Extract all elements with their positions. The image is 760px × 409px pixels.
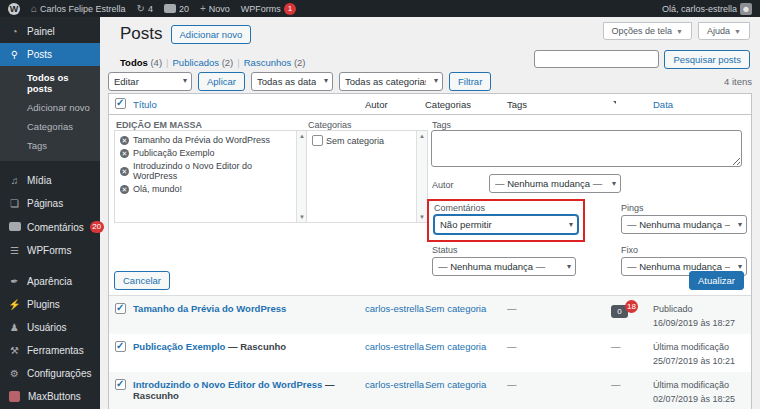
scrollbar[interactable]: ▲▼ — [416, 131, 427, 222]
list-toolbar: Editar Aplicar Todas as datas Todas as c… — [108, 71, 752, 91]
bulk-pings-label: Pings — [621, 203, 644, 213]
sidebar-item-usuarios[interactable]: ♟ Usuários — [0, 316, 100, 339]
post-title-link[interactable]: Tamanho da Prévia do WordPress — [133, 303, 286, 314]
help-button[interactable]: Ajuda▼ — [698, 22, 750, 40]
page-title: Posts — [120, 24, 163, 44]
main-content: Posts Adicionar novo Opções de tela▼ Aju… — [100, 17, 760, 409]
search-posts-button[interactable]: Pesquisar posts — [664, 50, 750, 69]
table-header-row: Título Autor Categorias Tags Data — [109, 94, 751, 115]
bulk-author-select[interactable]: — Nenhuma mudança — — [489, 174, 621, 193]
users-icon: ♟ — [8, 322, 21, 333]
scroll-up-icon[interactable]: ▲ — [417, 133, 427, 139]
post-title-link[interactable]: Publicação Exemplo — [133, 341, 225, 352]
column-date-sort[interactable]: Data — [653, 99, 673, 110]
sidebar-item-aparencia[interactable]: ✒ Aparência — [0, 270, 100, 293]
bulk-comments-select[interactable]: Não permitir — [434, 215, 578, 234]
post-title-link[interactable]: Introduzindo o Novo Editor do WordPress — [133, 379, 322, 390]
row-checkbox[interactable] — [115, 341, 126, 352]
media-icon: ♫ — [8, 175, 21, 186]
category-option[interactable]: Sem categoria — [312, 135, 413, 146]
sidebar-item-comentarios[interactable]: Comentários 20 — [0, 215, 100, 239]
bulk-edit-posts-list: ✕ Tamanho da Prévia do WordPress ✕ Publi… — [114, 130, 308, 223]
submenu-item-adicionar-novo[interactable]: Adicionar novo — [0, 98, 100, 117]
select-all-checkbox[interactable] — [115, 98, 126, 109]
sidebar-item-posts[interactable]: ⚲ Posts — [0, 43, 100, 66]
sidebar-item-wpforms[interactable]: ☰ WPForms — [0, 239, 100, 262]
maxbuttons-icon — [9, 391, 20, 402]
bulk-tags-input[interactable] — [431, 130, 742, 167]
bulk-categories-label: Categorias — [308, 120, 352, 130]
scroll-down-icon[interactable]: ▼ — [417, 214, 427, 220]
remove-post-icon[interactable]: ✕ — [120, 136, 129, 145]
sidebar-item-paginas[interactable]: ❏ Páginas — [0, 192, 100, 215]
new-content-menu[interactable]: + Novo — [200, 4, 230, 14]
bulk-edit-panel: EDIÇÃO EM MASSA ✕ Tamanho da Prévia do W… — [109, 115, 751, 296]
author-link[interactable]: carlos-estrella — [365, 379, 424, 390]
view-drafts-link[interactable]: Rascunhos (2) — [244, 57, 306, 68]
sidebar-item-label: Usuários — [27, 322, 66, 333]
posts-submenu: Todos os posts Adicionar novo Categorias… — [0, 66, 100, 161]
apply-button[interactable]: Aplicar — [198, 72, 245, 91]
sidebar-item-midia[interactable]: ♫ Mídia — [0, 169, 100, 192]
sidebar-item-painel[interactable]: ◔ Painel — [0, 17, 100, 43]
add-new-post-button[interactable]: Adicionar novo — [171, 25, 252, 44]
category-link[interactable]: Sem categoria — [425, 379, 486, 390]
date-cell: Publicado16/09/2019 às 18:27 — [653, 296, 751, 330]
plus-icon: + — [200, 4, 206, 14]
filter-dates-select[interactable]: Todas as datas — [251, 72, 333, 91]
column-title-sort[interactable]: Título — [133, 99, 157, 110]
search-posts-input[interactable] — [534, 50, 659, 68]
tags-cell: — — [507, 334, 611, 352]
remove-post-icon[interactable]: ✕ — [120, 167, 129, 176]
tags-cell: — — [507, 372, 611, 390]
comments-menu[interactable]: 20 — [164, 4, 189, 14]
bulk-edit-legend: EDIÇÃO EM MASSA — [116, 120, 202, 130]
sidebar-item-plugins[interactable]: ⚡ Plugins — [0, 293, 100, 316]
sidebar-item-ferramentas[interactable]: ⚒ Ferramentas — [0, 339, 100, 362]
comments-cell: — — [611, 372, 653, 390]
sidebar-item-label: WPForms — [27, 245, 71, 256]
table-row: Tamanho da Prévia do WordPress carlos-es… — [109, 296, 751, 334]
date-cell: Última modificação25/07/2019 às 10:21 — [653, 334, 751, 368]
filter-button[interactable]: Filtrar — [449, 72, 491, 91]
author-link[interactable]: carlos-estrella — [365, 303, 424, 314]
remove-post-icon[interactable]: ✕ — [120, 149, 129, 158]
author-link[interactable]: carlos-estrella — [365, 341, 424, 352]
bulk-action-select[interactable]: Editar — [108, 72, 192, 91]
sidebar-item-label: Plugins — [27, 299, 60, 310]
bulk-tags-label: Tags — [432, 120, 451, 130]
comments-count-badge: 20 — [90, 221, 104, 233]
remove-post-icon[interactable]: ✕ — [120, 185, 129, 194]
wpforms-label: WPForms — [241, 4, 281, 14]
column-tags: Tags — [507, 99, 611, 110]
bulk-status-select[interactable]: — Nenhuma mudança — — [432, 257, 576, 276]
site-name-menu[interactable]: ⌂ Carlos Felipe Estrella — [31, 4, 126, 14]
wordpress-logo-icon[interactable]: W — [8, 3, 20, 15]
row-checkbox[interactable] — [115, 379, 126, 390]
wpforms-menu[interactable]: WPForms 1 — [241, 3, 296, 15]
table-row: Publicação Exemplo — Rascunho carlos-est… — [109, 334, 751, 372]
sem-categoria-checkbox[interactable] — [312, 135, 323, 146]
settings-icon: ⚙ — [8, 368, 21, 379]
screen-options-button[interactable]: Opções de tela▼ — [603, 22, 692, 40]
bulk-author-label: Autor — [432, 180, 454, 190]
submenu-item-categorias[interactable]: Categorias — [0, 117, 100, 136]
submenu-item-todos-os-posts[interactable]: Todos os posts — [0, 68, 100, 98]
view-published-link[interactable]: Publicados (2) — [173, 57, 234, 68]
updates-menu[interactable]: ↻ 4 — [137, 4, 153, 14]
category-link[interactable]: Sem categoria — [425, 303, 486, 314]
my-account-menu[interactable]: Olá, carlos-estrella ☻ — [662, 3, 752, 15]
wpforms-badge: 1 — [284, 3, 296, 15]
row-checkbox[interactable] — [115, 303, 126, 314]
date-cell: Última modificação02/07/2019 às 18:25 — [653, 372, 751, 406]
category-link[interactable]: Sem categoria — [425, 341, 486, 352]
comment-count-bubble[interactable]: 018 — [611, 305, 628, 318]
filter-categories-select[interactable]: Todas as categorias — [339, 72, 443, 91]
cancel-button[interactable]: Cancelar — [114, 271, 170, 290]
submenu-item-tags[interactable]: Tags — [0, 136, 100, 155]
sidebar-item-maxbuttons[interactable]: MaxButtons — [0, 385, 100, 408]
update-button[interactable]: Atualizar — [689, 271, 744, 290]
sidebar-item-configuracoes[interactable]: ⚙ Configurações — [0, 362, 100, 385]
bulk-pings-select[interactable]: — Nenhuma mudança — — [621, 215, 747, 234]
view-all-link[interactable]: Todos (4) — [120, 57, 162, 68]
